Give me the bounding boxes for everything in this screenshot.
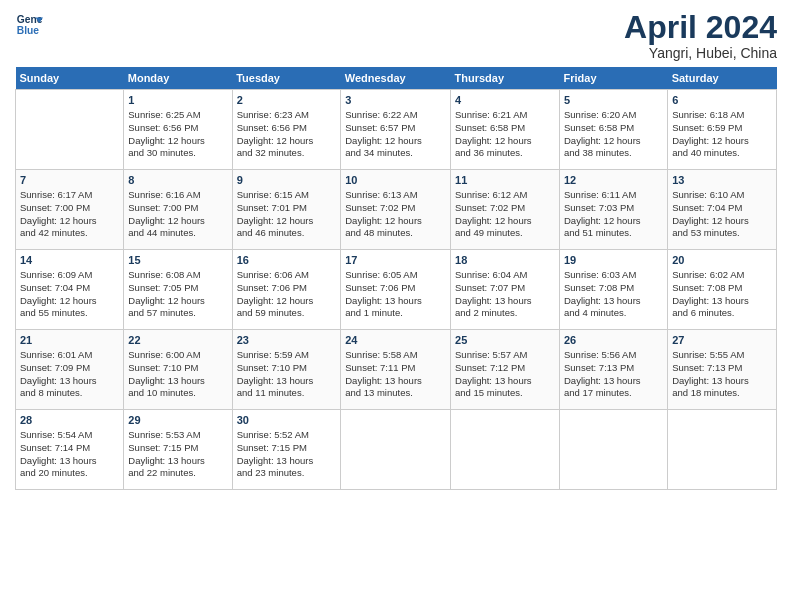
day-number: 7 xyxy=(20,173,119,188)
cell-w1-d6: 5Sunrise: 6:20 AMSunset: 6:58 PMDaylight… xyxy=(560,90,668,170)
day-info: Sunset: 7:00 PM xyxy=(20,202,119,215)
day-number: 4 xyxy=(455,93,555,108)
day-info: and 6 minutes. xyxy=(672,307,772,320)
col-tuesday: Tuesday xyxy=(232,67,341,90)
day-info: Sunset: 7:08 PM xyxy=(564,282,663,295)
day-info: Daylight: 12 hours xyxy=(564,215,663,228)
day-info: and 11 minutes. xyxy=(237,387,337,400)
day-info: Sunset: 7:03 PM xyxy=(564,202,663,215)
day-info: and 17 minutes. xyxy=(564,387,663,400)
day-info: and 34 minutes. xyxy=(345,147,446,160)
cell-w3-d7: 20Sunrise: 6:02 AMSunset: 7:08 PMDayligh… xyxy=(668,250,777,330)
day-info: Sunrise: 6:10 AM xyxy=(672,189,772,202)
day-info: Daylight: 13 hours xyxy=(237,455,337,468)
day-info: Daylight: 12 hours xyxy=(128,135,227,148)
day-info: Sunset: 7:05 PM xyxy=(128,282,227,295)
day-info: Daylight: 12 hours xyxy=(20,215,119,228)
day-number: 8 xyxy=(128,173,227,188)
day-info: Daylight: 12 hours xyxy=(128,215,227,228)
day-info: Daylight: 13 hours xyxy=(345,375,446,388)
day-info: Sunset: 7:01 PM xyxy=(237,202,337,215)
day-info: Daylight: 12 hours xyxy=(345,135,446,148)
day-info: Daylight: 12 hours xyxy=(237,135,337,148)
col-monday: Monday xyxy=(124,67,232,90)
day-number: 25 xyxy=(455,333,555,348)
day-number: 21 xyxy=(20,333,119,348)
day-number: 18 xyxy=(455,253,555,268)
day-number: 12 xyxy=(564,173,663,188)
day-info: and 10 minutes. xyxy=(128,387,227,400)
col-friday: Friday xyxy=(560,67,668,90)
cell-w1-d5: 4Sunrise: 6:21 AMSunset: 6:58 PMDaylight… xyxy=(451,90,560,170)
cell-w1-d2: 1Sunrise: 6:25 AMSunset: 6:56 PMDaylight… xyxy=(124,90,232,170)
cell-w2-d1: 7Sunrise: 6:17 AMSunset: 7:00 PMDaylight… xyxy=(16,170,124,250)
cell-w4-d2: 22Sunrise: 6:00 AMSunset: 7:10 PMDayligh… xyxy=(124,330,232,410)
col-wednesday: Wednesday xyxy=(341,67,451,90)
day-info: Sunrise: 6:20 AM xyxy=(564,109,663,122)
day-info: Sunset: 7:06 PM xyxy=(345,282,446,295)
day-info: Sunset: 7:04 PM xyxy=(20,282,119,295)
cell-w5-d5 xyxy=(451,410,560,490)
day-info: and 49 minutes. xyxy=(455,227,555,240)
day-info: Sunrise: 6:11 AM xyxy=(564,189,663,202)
day-number: 29 xyxy=(128,413,227,428)
cell-w4-d6: 26Sunrise: 5:56 AMSunset: 7:13 PMDayligh… xyxy=(560,330,668,410)
header-row: Sunday Monday Tuesday Wednesday Thursday… xyxy=(16,67,777,90)
cell-w5-d2: 29Sunrise: 5:53 AMSunset: 7:15 PMDayligh… xyxy=(124,410,232,490)
day-info: Sunset: 7:10 PM xyxy=(237,362,337,375)
day-info: Daylight: 12 hours xyxy=(455,215,555,228)
day-info: and 20 minutes. xyxy=(20,467,119,480)
day-info: Sunset: 7:11 PM xyxy=(345,362,446,375)
day-info: and 15 minutes. xyxy=(455,387,555,400)
day-number: 3 xyxy=(345,93,446,108)
day-number: 14 xyxy=(20,253,119,268)
day-info: Sunrise: 6:08 AM xyxy=(128,269,227,282)
day-info: Sunrise: 6:17 AM xyxy=(20,189,119,202)
day-info: Daylight: 13 hours xyxy=(128,375,227,388)
day-info: and 1 minute. xyxy=(345,307,446,320)
day-number: 9 xyxy=(237,173,337,188)
week-row-4: 21Sunrise: 6:01 AMSunset: 7:09 PMDayligh… xyxy=(16,330,777,410)
day-info: Sunset: 6:59 PM xyxy=(672,122,772,135)
day-info: Sunrise: 5:54 AM xyxy=(20,429,119,442)
day-info: Sunrise: 6:23 AM xyxy=(237,109,337,122)
day-info: Sunrise: 6:13 AM xyxy=(345,189,446,202)
day-info: Sunrise: 6:05 AM xyxy=(345,269,446,282)
day-info: and 4 minutes. xyxy=(564,307,663,320)
day-info: and 55 minutes. xyxy=(20,307,119,320)
calendar-table: Sunday Monday Tuesday Wednesday Thursday… xyxy=(15,67,777,490)
page-container: General Blue April 2024 Yangri, Hubei, C… xyxy=(0,0,792,500)
day-info: Sunrise: 6:16 AM xyxy=(128,189,227,202)
day-info: Daylight: 12 hours xyxy=(237,215,337,228)
cell-w4-d3: 23Sunrise: 5:59 AMSunset: 7:10 PMDayligh… xyxy=(232,330,341,410)
day-info: Sunset: 6:57 PM xyxy=(345,122,446,135)
day-info: Sunrise: 6:02 AM xyxy=(672,269,772,282)
cell-w4-d5: 25Sunrise: 5:57 AMSunset: 7:12 PMDayligh… xyxy=(451,330,560,410)
cell-w4-d4: 24Sunrise: 5:58 AMSunset: 7:11 PMDayligh… xyxy=(341,330,451,410)
day-info: and 32 minutes. xyxy=(237,147,337,160)
day-info: Sunrise: 5:59 AM xyxy=(237,349,337,362)
day-info: Sunrise: 6:21 AM xyxy=(455,109,555,122)
cell-w3-d1: 14Sunrise: 6:09 AMSunset: 7:04 PMDayligh… xyxy=(16,250,124,330)
day-info: and 36 minutes. xyxy=(455,147,555,160)
cell-w2-d7: 13Sunrise: 6:10 AMSunset: 7:04 PMDayligh… xyxy=(668,170,777,250)
week-row-3: 14Sunrise: 6:09 AMSunset: 7:04 PMDayligh… xyxy=(16,250,777,330)
day-info: and 18 minutes. xyxy=(672,387,772,400)
day-info: and 30 minutes. xyxy=(128,147,227,160)
cell-w1-d7: 6Sunrise: 6:18 AMSunset: 6:59 PMDaylight… xyxy=(668,90,777,170)
day-info: Sunrise: 6:18 AM xyxy=(672,109,772,122)
cell-w3-d5: 18Sunrise: 6:04 AMSunset: 7:07 PMDayligh… xyxy=(451,250,560,330)
day-info: Sunrise: 5:57 AM xyxy=(455,349,555,362)
cell-w1-d1 xyxy=(16,90,124,170)
day-info: Sunrise: 6:01 AM xyxy=(20,349,119,362)
day-number: 19 xyxy=(564,253,663,268)
day-info: Sunset: 7:10 PM xyxy=(128,362,227,375)
col-saturday: Saturday xyxy=(668,67,777,90)
day-info: Sunset: 7:04 PM xyxy=(672,202,772,215)
day-info: and 23 minutes. xyxy=(237,467,337,480)
day-info: Daylight: 13 hours xyxy=(672,295,772,308)
day-number: 10 xyxy=(345,173,446,188)
day-info: Daylight: 13 hours xyxy=(20,455,119,468)
day-info: Sunrise: 5:56 AM xyxy=(564,349,663,362)
day-info: Sunset: 7:00 PM xyxy=(128,202,227,215)
